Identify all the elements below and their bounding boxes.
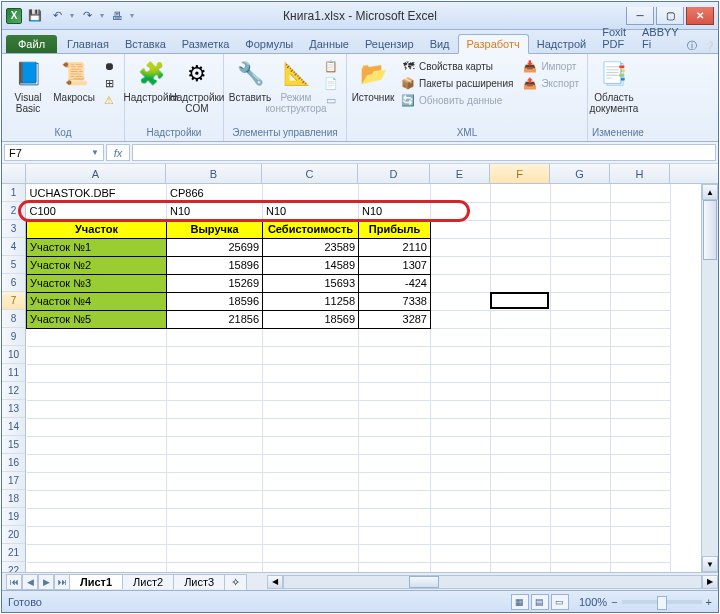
cell[interactable] xyxy=(167,526,263,544)
cell[interactable] xyxy=(491,364,551,382)
cell[interactable] xyxy=(611,436,671,454)
cell[interactable] xyxy=(431,490,491,508)
cell[interactable] xyxy=(551,220,611,238)
tab-foxit[interactable]: Foxit PDF xyxy=(594,23,634,53)
cell[interactable] xyxy=(551,490,611,508)
horizontal-scrollbar[interactable]: ◀ ▶ xyxy=(267,575,718,589)
namebox-dropdown-icon[interactable]: ▼ xyxy=(91,148,99,157)
cell[interactable]: 7338 xyxy=(359,292,431,310)
cell[interactable] xyxy=(611,454,671,472)
cell[interactable] xyxy=(27,418,167,436)
cell[interactable] xyxy=(27,526,167,544)
cell[interactable] xyxy=(611,220,671,238)
cell[interactable]: N10 xyxy=(359,202,431,220)
cell[interactable] xyxy=(611,184,671,202)
cell[interactable] xyxy=(167,400,263,418)
cell[interactable] xyxy=(491,184,551,202)
sheet-tab-1[interactable]: Лист1 xyxy=(69,574,123,589)
cell[interactable]: 25699 xyxy=(167,238,263,256)
row-header-2[interactable]: 2 xyxy=(2,202,25,220)
cell[interactable] xyxy=(431,454,491,472)
col-header-g[interactable]: G xyxy=(550,164,610,183)
cell[interactable] xyxy=(431,544,491,562)
cell[interactable] xyxy=(431,238,491,256)
cell[interactable] xyxy=(551,202,611,220)
cell[interactable] xyxy=(359,490,431,508)
cell[interactable] xyxy=(611,328,671,346)
worksheet-grid[interactable]: A B C D E F G H 123456789101112131415161… xyxy=(2,164,718,572)
cell[interactable] xyxy=(27,454,167,472)
cell[interactable] xyxy=(263,418,359,436)
tab-data[interactable]: Данные xyxy=(301,35,357,53)
cell[interactable]: 21856 xyxy=(167,310,263,328)
qat-save-icon[interactable]: 💾 xyxy=(26,7,44,25)
cell[interactable]: 2110 xyxy=(359,238,431,256)
formula-input[interactable] xyxy=(132,144,716,161)
cell[interactable] xyxy=(491,292,551,310)
row-header-21[interactable]: 21 xyxy=(2,544,25,562)
cell[interactable] xyxy=(263,490,359,508)
cell[interactable]: 15269 xyxy=(167,274,263,292)
cell[interactable] xyxy=(263,472,359,490)
cell[interactable] xyxy=(611,508,671,526)
cell[interactable] xyxy=(491,238,551,256)
cell[interactable]: 11258 xyxy=(263,292,359,310)
cell[interactable] xyxy=(491,382,551,400)
cell[interactable] xyxy=(263,454,359,472)
row-header-9[interactable]: 9 xyxy=(2,328,25,346)
cell[interactable] xyxy=(491,220,551,238)
tab-view[interactable]: Вид xyxy=(422,35,458,53)
tab-formulas[interactable]: Формулы xyxy=(237,35,301,53)
cell[interactable] xyxy=(551,292,611,310)
cell[interactable] xyxy=(491,562,551,572)
qat-redo-icon[interactable]: ↷ xyxy=(78,7,96,25)
zoom-in-button[interactable]: + xyxy=(706,596,712,608)
cell[interactable] xyxy=(263,400,359,418)
cell[interactable] xyxy=(551,184,611,202)
cell[interactable] xyxy=(551,436,611,454)
cell[interactable] xyxy=(491,346,551,364)
cell[interactable] xyxy=(551,508,611,526)
col-header-c[interactable]: C xyxy=(262,164,358,183)
cell[interactable] xyxy=(167,454,263,472)
expansion-packs-button[interactable]: 📦Пакеты расширения xyxy=(399,75,515,91)
cell[interactable] xyxy=(431,184,491,202)
cell[interactable] xyxy=(359,472,431,490)
map-properties-button[interactable]: 🗺Свойства карты xyxy=(399,58,515,74)
zoom-slider[interactable] xyxy=(622,600,702,604)
cell[interactable] xyxy=(611,526,671,544)
vsb-thumb[interactable] xyxy=(703,200,717,260)
cell[interactable] xyxy=(551,238,611,256)
cell[interactable]: Участок №5 xyxy=(27,310,167,328)
cell[interactable] xyxy=(611,238,671,256)
cell[interactable] xyxy=(431,328,491,346)
cell[interactable] xyxy=(491,472,551,490)
cell[interactable] xyxy=(431,346,491,364)
close-button[interactable]: ✕ xyxy=(686,7,714,25)
cell[interactable] xyxy=(551,418,611,436)
row-header-11[interactable]: 11 xyxy=(2,364,25,382)
cell[interactable] xyxy=(431,400,491,418)
view-normal-button[interactable]: ▦ xyxy=(511,594,529,610)
row-header-14[interactable]: 14 xyxy=(2,418,25,436)
cell[interactable] xyxy=(611,346,671,364)
tab-addins[interactable]: Надстрой xyxy=(529,35,594,53)
col-header-h[interactable]: H xyxy=(610,164,670,183)
row-header-12[interactable]: 12 xyxy=(2,382,25,400)
tab-developer[interactable]: Разработч xyxy=(458,34,529,54)
cell[interactable] xyxy=(359,562,431,572)
zoom-level[interactable]: 100% xyxy=(579,596,607,608)
cell[interactable] xyxy=(359,346,431,364)
cell[interactable]: Себистоимость xyxy=(263,220,359,238)
cell[interactable] xyxy=(359,184,431,202)
view-layout-button[interactable]: ▤ xyxy=(531,594,549,610)
sheet-tab-3[interactable]: Лист3 xyxy=(173,574,225,589)
cell[interactable] xyxy=(611,418,671,436)
cell[interactable] xyxy=(263,544,359,562)
sheet-nav-first[interactable]: ⏮ xyxy=(6,574,22,590)
xml-source-button[interactable]: 📂 Источник xyxy=(351,56,395,105)
cell[interactable]: Участок №4 xyxy=(27,292,167,310)
vsb-down-icon[interactable]: ▼ xyxy=(702,556,718,572)
cell[interactable] xyxy=(359,364,431,382)
cell[interactable] xyxy=(359,508,431,526)
